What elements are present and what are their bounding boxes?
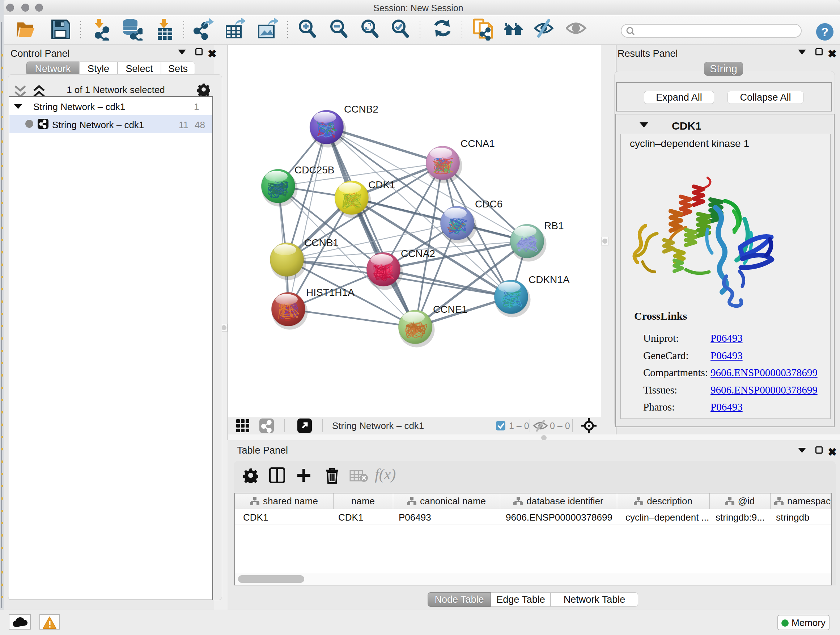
svg-text:CCNB2: CCNB2 <box>344 103 378 115</box>
svg-text:CCNE1: CCNE1 <box>433 304 467 315</box>
svg-text:CCNA1: CCNA1 <box>461 138 495 149</box>
svg-text:CCNA2: CCNA2 <box>401 248 435 259</box>
svg-text:CCNB1: CCNB1 <box>304 237 339 249</box>
svg-text:CDK1: CDK1 <box>368 179 395 190</box>
svg-text:HIST1H1A: HIST1H1A <box>306 287 355 298</box>
svg-text:CDC25B: CDC25B <box>294 165 334 176</box>
svg-text:RB1: RB1 <box>544 220 564 231</box>
svg-text:CDC6: CDC6 <box>475 198 502 210</box>
svg-text:CDKN1A: CDKN1A <box>529 274 570 285</box>
